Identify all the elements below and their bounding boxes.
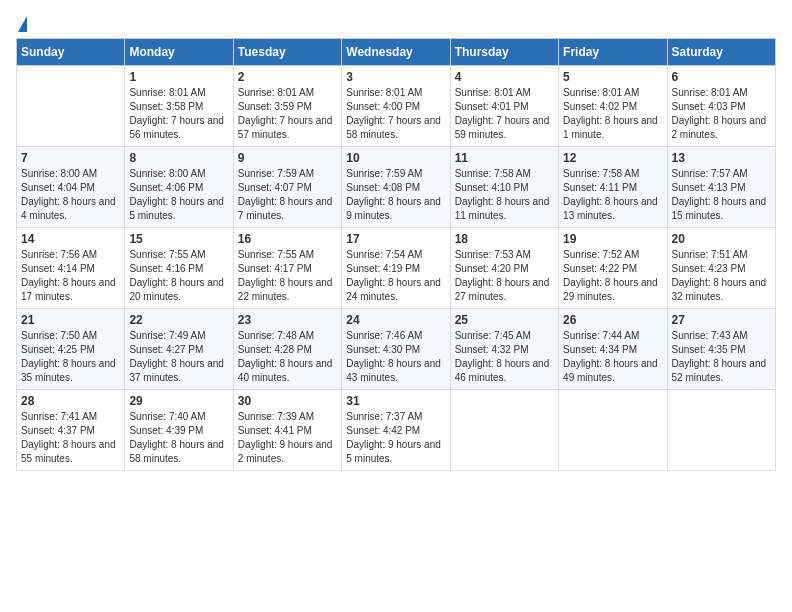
day-info: Sunrise: 8:01 AMSunset: 4:00 PMDaylight:… [346, 86, 445, 142]
day-number: 4 [455, 70, 554, 84]
day-info: Sunrise: 7:57 AMSunset: 4:13 PMDaylight:… [672, 167, 771, 223]
calendar-cell [450, 390, 558, 471]
calendar-body: 1Sunrise: 8:01 AMSunset: 3:58 PMDaylight… [17, 66, 776, 471]
day-number: 26 [563, 313, 662, 327]
day-number: 25 [455, 313, 554, 327]
day-number: 16 [238, 232, 337, 246]
calendar-week-row: 14Sunrise: 7:56 AMSunset: 4:14 PMDayligh… [17, 228, 776, 309]
calendar-cell: 31Sunrise: 7:37 AMSunset: 4:42 PMDayligh… [342, 390, 450, 471]
day-number: 18 [455, 232, 554, 246]
day-number: 19 [563, 232, 662, 246]
calendar-week-row: 1Sunrise: 8:01 AMSunset: 3:58 PMDaylight… [17, 66, 776, 147]
day-info: Sunrise: 7:46 AMSunset: 4:30 PMDaylight:… [346, 329, 445, 385]
col-header-sunday: Sunday [17, 39, 125, 66]
day-info: Sunrise: 8:01 AMSunset: 4:03 PMDaylight:… [672, 86, 771, 142]
day-number: 7 [21, 151, 120, 165]
calendar-cell: 11Sunrise: 7:58 AMSunset: 4:10 PMDayligh… [450, 147, 558, 228]
col-header-wednesday: Wednesday [342, 39, 450, 66]
day-info: Sunrise: 7:48 AMSunset: 4:28 PMDaylight:… [238, 329, 337, 385]
calendar-table: SundayMondayTuesdayWednesdayThursdayFrid… [16, 38, 776, 471]
day-info: Sunrise: 7:59 AMSunset: 4:08 PMDaylight:… [346, 167, 445, 223]
day-number: 3 [346, 70, 445, 84]
col-header-friday: Friday [559, 39, 667, 66]
calendar-cell: 16Sunrise: 7:55 AMSunset: 4:17 PMDayligh… [233, 228, 341, 309]
calendar-cell: 10Sunrise: 7:59 AMSunset: 4:08 PMDayligh… [342, 147, 450, 228]
day-info: Sunrise: 8:00 AMSunset: 4:06 PMDaylight:… [129, 167, 228, 223]
calendar-cell: 27Sunrise: 7:43 AMSunset: 4:35 PMDayligh… [667, 309, 775, 390]
calendar-cell: 21Sunrise: 7:50 AMSunset: 4:25 PMDayligh… [17, 309, 125, 390]
calendar-cell: 15Sunrise: 7:55 AMSunset: 4:16 PMDayligh… [125, 228, 233, 309]
day-info: Sunrise: 7:54 AMSunset: 4:19 PMDaylight:… [346, 248, 445, 304]
day-number: 9 [238, 151, 337, 165]
calendar-cell [17, 66, 125, 147]
day-info: Sunrise: 7:55 AMSunset: 4:17 PMDaylight:… [238, 248, 337, 304]
day-info: Sunrise: 8:00 AMSunset: 4:04 PMDaylight:… [21, 167, 120, 223]
day-info: Sunrise: 7:52 AMSunset: 4:22 PMDaylight:… [563, 248, 662, 304]
day-info: Sunrise: 7:44 AMSunset: 4:34 PMDaylight:… [563, 329, 662, 385]
day-info: Sunrise: 7:50 AMSunset: 4:25 PMDaylight:… [21, 329, 120, 385]
calendar-cell: 18Sunrise: 7:53 AMSunset: 4:20 PMDayligh… [450, 228, 558, 309]
calendar-cell: 2Sunrise: 8:01 AMSunset: 3:59 PMDaylight… [233, 66, 341, 147]
calendar-cell: 5Sunrise: 8:01 AMSunset: 4:02 PMDaylight… [559, 66, 667, 147]
col-header-tuesday: Tuesday [233, 39, 341, 66]
day-number: 15 [129, 232, 228, 246]
day-number: 24 [346, 313, 445, 327]
calendar-cell: 30Sunrise: 7:39 AMSunset: 4:41 PMDayligh… [233, 390, 341, 471]
day-number: 6 [672, 70, 771, 84]
day-info: Sunrise: 7:43 AMSunset: 4:35 PMDaylight:… [672, 329, 771, 385]
calendar-cell: 25Sunrise: 7:45 AMSunset: 4:32 PMDayligh… [450, 309, 558, 390]
day-info: Sunrise: 7:40 AMSunset: 4:39 PMDaylight:… [129, 410, 228, 466]
day-number: 8 [129, 151, 228, 165]
day-number: 13 [672, 151, 771, 165]
day-info: Sunrise: 7:56 AMSunset: 4:14 PMDaylight:… [21, 248, 120, 304]
day-number: 27 [672, 313, 771, 327]
day-info: Sunrise: 7:41 AMSunset: 4:37 PMDaylight:… [21, 410, 120, 466]
day-info: Sunrise: 8:01 AMSunset: 4:02 PMDaylight:… [563, 86, 662, 142]
calendar-week-row: 7Sunrise: 8:00 AMSunset: 4:04 PMDaylight… [17, 147, 776, 228]
day-info: Sunrise: 8:01 AMSunset: 3:58 PMDaylight:… [129, 86, 228, 142]
calendar-cell: 28Sunrise: 7:41 AMSunset: 4:37 PMDayligh… [17, 390, 125, 471]
day-number: 2 [238, 70, 337, 84]
calendar-cell: 14Sunrise: 7:56 AMSunset: 4:14 PMDayligh… [17, 228, 125, 309]
day-number: 30 [238, 394, 337, 408]
calendar-cell: 8Sunrise: 8:00 AMSunset: 4:06 PMDaylight… [125, 147, 233, 228]
day-info: Sunrise: 7:49 AMSunset: 4:27 PMDaylight:… [129, 329, 228, 385]
logo [16, 16, 27, 30]
calendar-cell: 6Sunrise: 8:01 AMSunset: 4:03 PMDaylight… [667, 66, 775, 147]
logo-triangle-icon [18, 16, 27, 32]
day-info: Sunrise: 7:58 AMSunset: 4:10 PMDaylight:… [455, 167, 554, 223]
day-number: 22 [129, 313, 228, 327]
day-info: Sunrise: 7:51 AMSunset: 4:23 PMDaylight:… [672, 248, 771, 304]
header [16, 16, 776, 30]
calendar-cell: 22Sunrise: 7:49 AMSunset: 4:27 PMDayligh… [125, 309, 233, 390]
day-info: Sunrise: 7:45 AMSunset: 4:32 PMDaylight:… [455, 329, 554, 385]
calendar-cell: 1Sunrise: 8:01 AMSunset: 3:58 PMDaylight… [125, 66, 233, 147]
day-number: 21 [21, 313, 120, 327]
calendar-cell: 9Sunrise: 7:59 AMSunset: 4:07 PMDaylight… [233, 147, 341, 228]
calendar-cell [559, 390, 667, 471]
day-info: Sunrise: 8:01 AMSunset: 4:01 PMDaylight:… [455, 86, 554, 142]
calendar-cell: 20Sunrise: 7:51 AMSunset: 4:23 PMDayligh… [667, 228, 775, 309]
calendar-cell: 7Sunrise: 8:00 AMSunset: 4:04 PMDaylight… [17, 147, 125, 228]
col-header-monday: Monday [125, 39, 233, 66]
day-info: Sunrise: 7:59 AMSunset: 4:07 PMDaylight:… [238, 167, 337, 223]
calendar-cell: 19Sunrise: 7:52 AMSunset: 4:22 PMDayligh… [559, 228, 667, 309]
calendar-cell: 3Sunrise: 8:01 AMSunset: 4:00 PMDaylight… [342, 66, 450, 147]
day-number: 17 [346, 232, 445, 246]
col-header-saturday: Saturday [667, 39, 775, 66]
day-number: 12 [563, 151, 662, 165]
calendar-header-row: SundayMondayTuesdayWednesdayThursdayFrid… [17, 39, 776, 66]
day-number: 1 [129, 70, 228, 84]
col-header-thursday: Thursday [450, 39, 558, 66]
day-number: 31 [346, 394, 445, 408]
calendar-cell: 26Sunrise: 7:44 AMSunset: 4:34 PMDayligh… [559, 309, 667, 390]
calendar-cell [667, 390, 775, 471]
day-info: Sunrise: 7:37 AMSunset: 4:42 PMDaylight:… [346, 410, 445, 466]
day-info: Sunrise: 7:58 AMSunset: 4:11 PMDaylight:… [563, 167, 662, 223]
day-number: 11 [455, 151, 554, 165]
day-info: Sunrise: 7:39 AMSunset: 4:41 PMDaylight:… [238, 410, 337, 466]
calendar-cell: 29Sunrise: 7:40 AMSunset: 4:39 PMDayligh… [125, 390, 233, 471]
day-info: Sunrise: 7:55 AMSunset: 4:16 PMDaylight:… [129, 248, 228, 304]
calendar-cell: 23Sunrise: 7:48 AMSunset: 4:28 PMDayligh… [233, 309, 341, 390]
day-info: Sunrise: 8:01 AMSunset: 3:59 PMDaylight:… [238, 86, 337, 142]
